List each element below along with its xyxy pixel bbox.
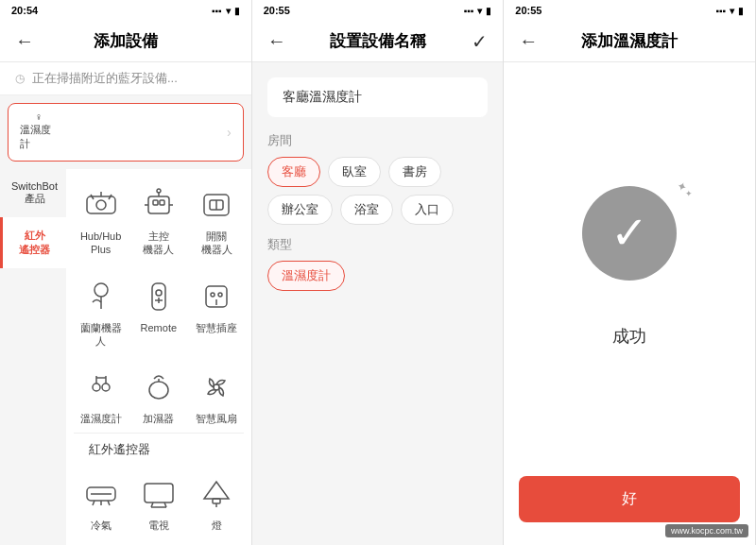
signal-icon-3: ▪▪▪: [715, 6, 726, 16]
category-sidebar: SwitchBot 產品 紅外 遙控器: [0, 169, 66, 545]
product-hub[interactable]: Hub/HubPlus: [74, 177, 128, 264]
svg-point-25: [211, 293, 215, 297]
signal-icon-2: ▪▪▪: [464, 6, 474, 16]
search-spin-icon: ◷: [15, 72, 25, 85]
product-lamp[interactable]: 燈: [189, 466, 243, 539]
svg-rect-3: [87, 196, 115, 213]
nav-title-3: 添加溫濕度計: [581, 30, 678, 52]
device-name-input[interactable]: 客廳溫濕度計: [267, 77, 489, 117]
remote-icon: [138, 276, 180, 317]
remote-label: Remote: [141, 321, 178, 334]
status-bar-1: 20:54 ▪▪▪ ▾ ▮: [0, 0, 251, 21]
panel3-content: ✓ ✦ ✦ 成功 好: [504, 62, 755, 545]
svg-point-29: [102, 383, 110, 391]
panel1-content: ◷ 正在掃描附近的藍牙設備... 溫濕度計 › SwitchBot 產品: [0, 62, 251, 545]
tv-icon: [138, 473, 180, 515]
hub-label: Hub/HubPlus: [80, 230, 121, 257]
chip-entrance[interactable]: 入口: [401, 195, 454, 225]
plug-label: 智慧插座: [196, 321, 237, 334]
nav-title-1: 添加設備: [94, 30, 158, 52]
chip-office[interactable]: 辦公室: [267, 195, 333, 225]
category-section: SwitchBot 產品 紅外 遙控器: [0, 169, 251, 545]
battery-icon-3: ▮: [738, 6, 744, 16]
back-button-2[interactable]: ←: [267, 30, 286, 52]
status-icons-3: ▪▪▪ ▾ ▮: [715, 6, 744, 16]
svg-point-33: [149, 382, 168, 399]
check-icon: ✓: [610, 211, 648, 256]
searching-text: 正在掃描附近的藍牙設備...: [32, 70, 178, 87]
chip-bedroom[interactable]: 臥室: [328, 157, 381, 187]
success-circle: ✓: [582, 186, 677, 281]
success-area: ✓ ✦ ✦: [568, 172, 691, 295]
ir-products-grid: 冷氣 電視: [74, 466, 244, 545]
plug-icon: [196, 276, 237, 317]
svg-point-26: [218, 293, 222, 297]
product-robot[interactable]: 主控機器人: [131, 177, 185, 264]
status-bar-3: 20:55 ▪▪▪ ▾ ▮: [504, 0, 755, 21]
ir-header: 紅外遙控器: [74, 433, 244, 466]
panel2-content: 客廳溫濕度計 房間 客廳 臥室 書房 辦公室 浴室 入口 類型 溫濕度計: [252, 62, 504, 545]
robot-label: 主控機器人: [143, 230, 174, 257]
fan-label: 智慧風扇: [196, 412, 237, 425]
searching-bar: ◷ 正在掃描附近的藍牙設備...: [0, 62, 251, 95]
product-humidifier[interactable]: 加濕器: [131, 359, 185, 433]
back-button-3[interactable]: ←: [519, 30, 538, 52]
signal-icon: ▪▪▪: [212, 6, 222, 16]
svg-rect-8: [148, 196, 169, 213]
nav-bar-3: ← 添加溫濕度計: [504, 21, 755, 62]
nav-title-2: 設置設備名稱: [330, 30, 426, 52]
product-tv[interactable]: 電視: [131, 466, 185, 539]
device-found-icon: 溫濕度計: [20, 113, 58, 151]
svg-rect-10: [160, 200, 164, 205]
status-time-3: 20:55: [515, 5, 541, 16]
svg-rect-20: [152, 283, 165, 310]
product-ac[interactable]: 冷氣: [74, 466, 128, 539]
back-button-1[interactable]: ←: [15, 30, 34, 52]
room-chips: 客廳 臥室 書房 辦公室 浴室 入口: [267, 157, 489, 225]
product-plug[interactable]: 智慧插座: [189, 268, 243, 356]
svg-marker-45: [204, 482, 229, 499]
svg-point-12: [157, 189, 161, 193]
success-label: 成功: [612, 325, 646, 348]
sidebar-ir[interactable]: 紅外 遙控器: [0, 217, 66, 268]
chip-living[interactable]: 客廳: [267, 157, 320, 187]
ac-label: 冷氣: [91, 519, 112, 532]
wifi-icon-3: ▾: [730, 6, 734, 16]
device-found-row[interactable]: 溫濕度計 ›: [8, 103, 244, 162]
wifi-icon: ▾: [226, 6, 231, 16]
product-switch[interactable]: 開關機器人: [189, 177, 243, 264]
product-thermo[interactable]: 溫濕度計: [74, 359, 128, 433]
confirm-button[interactable]: ✓: [472, 30, 488, 53]
ir-label: 紅外遙控器: [89, 442, 150, 456]
sidebar-switchbot[interactable]: SwitchBot 產品: [0, 169, 66, 217]
battery-icon: ▮: [234, 6, 240, 16]
status-icons-1: ▪▪▪ ▾ ▮: [212, 6, 240, 16]
ok-button[interactable]: 好: [519, 476, 740, 522]
nav-bar-2: ← 設置設備名稱 ✓: [252, 21, 504, 62]
lamp-icon: [196, 473, 237, 515]
wifi-icon-2: ▾: [477, 6, 482, 16]
product-plant[interactable]: 薗蘭機器人: [74, 268, 128, 356]
panel-set-name: 20:55 ▪▪▪ ▾ ▮ ← 設置設備名稱 ✓ 客廳溫濕度計 房間 客廳 臥室…: [252, 0, 505, 545]
plant-icon: [80, 276, 122, 317]
panel-success: 20:55 ▪▪▪ ▾ ▮ ← 添加溫濕度計 ✓ ✦ ✦ 成功 好: [504, 0, 756, 545]
chip-bathroom[interactable]: 浴室: [340, 195, 393, 225]
chip-study[interactable]: 書房: [388, 157, 441, 187]
product-remote[interactable]: Remote: [131, 268, 185, 356]
status-bar-2: 20:55 ▪▪▪ ▾ ▮: [252, 0, 504, 21]
switchbot-products-grid: Hub/HubPlus: [74, 177, 244, 433]
svg-rect-9: [153, 200, 158, 205]
device-found-arrow: ›: [227, 125, 232, 140]
battery-icon-2: ▮: [486, 6, 491, 16]
device-found-label: 溫濕度計: [20, 123, 58, 151]
panel-add-device: 20:54 ▪▪▪ ▾ ▮ ← 添加設備 ◷ 正在掃描附近的藍牙設備... 溫濕…: [0, 0, 252, 545]
humidifier-icon: [138, 366, 180, 408]
nav-bar-1: ← 添加設備: [0, 21, 251, 62]
chip-type-thermo[interactable]: 溫濕度計: [267, 261, 345, 291]
thermo-icon: [80, 366, 122, 408]
svg-point-18: [94, 283, 108, 297]
product-fan[interactable]: 智慧風扇: [189, 359, 243, 433]
fan-icon: [196, 366, 237, 408]
thermo-label: 溫濕度計: [80, 412, 122, 425]
svg-rect-41: [145, 484, 173, 502]
